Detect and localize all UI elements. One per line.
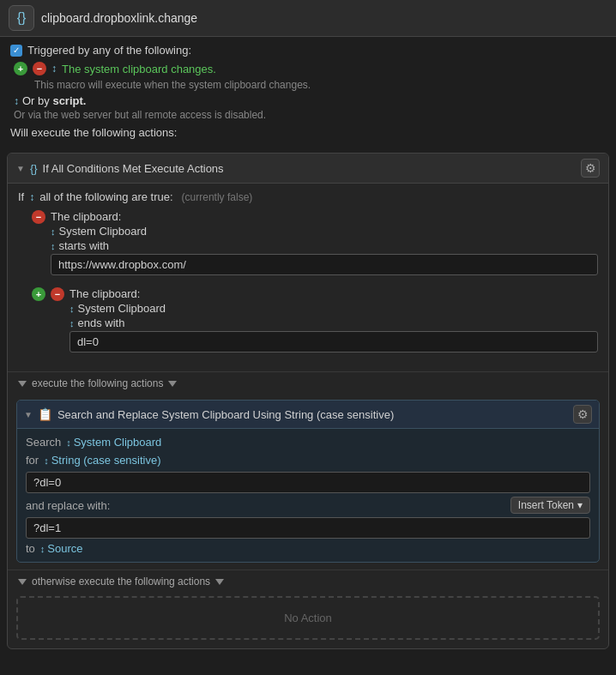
otherwise-label-row: otherwise execute the following actions <box>8 570 608 593</box>
remove-condition-1-button[interactable]: − <box>32 210 45 224</box>
no-action-box: No Action <box>16 596 600 640</box>
web-server-note: Or via the web server but all remote acc… <box>10 109 606 121</box>
script-label: script. <box>52 94 86 107</box>
search-source-label: System Clipboard <box>74 436 162 449</box>
for-label: for <box>26 454 39 467</box>
condition-1-inner: The clipboard: ↕ System Clipboard ↕ star… <box>51 210 598 279</box>
condition-1-source-spin-icon[interactable]: ↕ <box>51 226 56 237</box>
add-trigger-button[interactable]: + <box>14 62 27 75</box>
trigger-spin-icon: ↕ <box>51 63 57 75</box>
trigger-item-row: + − ↕ The system clipboard changes. <box>10 62 606 75</box>
action-block: ▼ 📋 Search and Replace System Clipboard … <box>16 400 600 563</box>
triggered-label: Triggered by any of the following: <box>27 44 191 57</box>
panel-header: ▼ {} If All Conditions Met Execute Actio… <box>8 154 608 184</box>
insert-token-button[interactable]: Insert Token ▾ <box>510 497 590 514</box>
for-spin-icon[interactable]: ↕ <box>44 455 49 466</box>
replace-value-input[interactable]: ?dl=1 <box>26 517 590 539</box>
for-type-value: ↕ String (case sensitive) <box>44 454 160 467</box>
action-header: ▼ 📋 Search and Replace System Clipboard … <box>17 401 599 429</box>
execute-label-text: execute the following actions <box>32 377 163 389</box>
action-clipboard-icon: 📋 <box>38 407 52 421</box>
action-title: Search and Replace System Clipboard Usin… <box>57 408 394 421</box>
header-bar: {} clipboard.dropboxlink.change <box>0 0 616 37</box>
trigger-description: This macro will execute when the system … <box>10 79 606 91</box>
condition-2-op: ↕ ends with <box>69 316 598 329</box>
condition-2-value[interactable]: dl=0 <box>69 331 598 353</box>
condition-1-row: − The clipboard: ↕ System Clipboard ↕ st… <box>32 210 598 279</box>
search-label: Search <box>26 436 61 449</box>
triangle-down-icon <box>18 381 27 387</box>
condition-2-inner: The clipboard: ↕ System Clipboard ↕ ends… <box>69 287 598 356</box>
condition-2: + − The clipboard: ↕ System Clipboard ↕ … <box>18 287 598 356</box>
triangle-down-icon-2 <box>168 381 177 387</box>
remove-condition-2-button[interactable]: − <box>51 287 64 301</box>
to-source-value: ↕ Source <box>40 542 83 555</box>
to-source-label: Source <box>47 542 82 555</box>
insert-token-label: Insert Token <box>518 499 574 511</box>
condition-spin-icon[interactable]: ↕ <box>29 191 34 203</box>
panel-title: If All Conditions Met Execute Actions <box>43 162 224 175</box>
condition-2-source: ↕ System Clipboard <box>69 302 598 315</box>
otherwise-section: otherwise execute the following actions … <box>8 570 608 640</box>
condition-2-source-label: System Clipboard <box>78 302 166 315</box>
header-title: clipboard.dropboxlink.change <box>41 11 197 25</box>
action-gear-button[interactable]: ⚙ <box>573 405 592 424</box>
app-icon: {} <box>9 5 34 31</box>
condition-2-op-label: ends with <box>78 316 125 329</box>
condition-2-op-spin-icon[interactable]: ↕ <box>69 318 75 328</box>
search-row: Search ↕ System Clipboard <box>26 436 590 449</box>
trigger-checkbox[interactable]: ✓ <box>10 45 22 57</box>
insert-token-arrow-icon: ▾ <box>577 499 583 511</box>
replace-row: and replace with: Insert Token ▾ <box>26 497 590 514</box>
action-collapse-icon[interactable]: ▼ <box>24 410 33 419</box>
condition-1-clipboard-label: The clipboard: <box>51 210 598 223</box>
for-row: for ↕ String (case sensitive) <box>26 454 590 467</box>
condition-header: If ↕ all of the following are true: (cur… <box>18 190 598 203</box>
condition-1-op-label: starts with <box>59 239 110 252</box>
to-row: to ↕ Source <box>26 542 590 555</box>
or-script-text: Or by script. <box>22 94 86 107</box>
gear-icon: ⚙ <box>585 161 596 175</box>
no-action-text: No Action <box>284 612 332 624</box>
panel-gear-button[interactable]: ⚙ <box>581 159 600 178</box>
to-spin-icon[interactable]: ↕ <box>40 544 45 554</box>
condition-1-value[interactable]: https://www.dropbox.com/ <box>51 254 598 275</box>
condition-2-row: + − The clipboard: ↕ System Clipboard ↕ … <box>32 287 598 356</box>
search-source-value: ↕ System Clipboard <box>66 436 161 449</box>
for-type-label: String (case sensitive) <box>51 454 161 467</box>
replace-label: and replace with: <box>26 499 110 512</box>
if-label: If <box>18 190 24 203</box>
search-value-input[interactable]: ?dl=0 <box>26 472 590 493</box>
otherwise-triangle-icon-2 <box>215 579 224 585</box>
search-spin-icon[interactable]: ↕ <box>66 437 71 448</box>
or-script-spin-icon: ↕ <box>14 95 19 107</box>
trigger-section: ✓ Triggered by any of the following: + −… <box>0 37 616 153</box>
collapse-arrow-icon[interactable]: ▼ <box>16 164 25 173</box>
action-header-left: ▼ 📋 Search and Replace System Clipboard … <box>24 407 394 421</box>
will-execute-label: Will execute the following actions: <box>10 126 606 139</box>
execute-label-row: execute the following actions <box>8 371 608 395</box>
action-body: Search ↕ System Clipboard for ↕ String (… <box>17 429 599 562</box>
action-gear-icon: ⚙ <box>577 407 589 421</box>
or-script-row: ↕ Or by script. <box>10 94 606 107</box>
condition-1: − The clipboard: ↕ System Clipboard ↕ st… <box>18 210 598 279</box>
condition-1-source-label: System Clipboard <box>59 225 148 238</box>
panel-body: If ↕ all of the following are true: (cur… <box>8 184 608 371</box>
condition-2-clipboard-label: The clipboard: <box>69 287 598 300</box>
to-label: to <box>26 542 35 555</box>
trigger-item-label: The system clipboard changes. <box>62 63 216 75</box>
add-condition-2-button[interactable]: + <box>32 287 45 301</box>
remove-trigger-button[interactable]: − <box>33 62 46 75</box>
condition-1-op-spin-icon[interactable]: ↕ <box>51 241 56 251</box>
curly-icon: {} <box>30 162 38 175</box>
all-label: all of the following are true: <box>39 190 172 203</box>
otherwise-triangle-icon <box>18 579 27 585</box>
trigger-checkbox-row: ✓ Triggered by any of the following: <box>10 44 606 57</box>
currently-false-label: (currently false) <box>182 191 253 203</box>
condition-2-source-spin-icon[interactable]: ↕ <box>69 304 75 314</box>
condition-1-source: ↕ System Clipboard <box>51 225 598 238</box>
condition-1-op: ↕ starts with <box>51 239 598 252</box>
conditions-panel: ▼ {} If All Conditions Met Execute Actio… <box>7 153 609 649</box>
otherwise-label-text: otherwise execute the following actions <box>32 576 210 588</box>
panel-header-left: ▼ {} If All Conditions Met Execute Actio… <box>16 162 224 175</box>
